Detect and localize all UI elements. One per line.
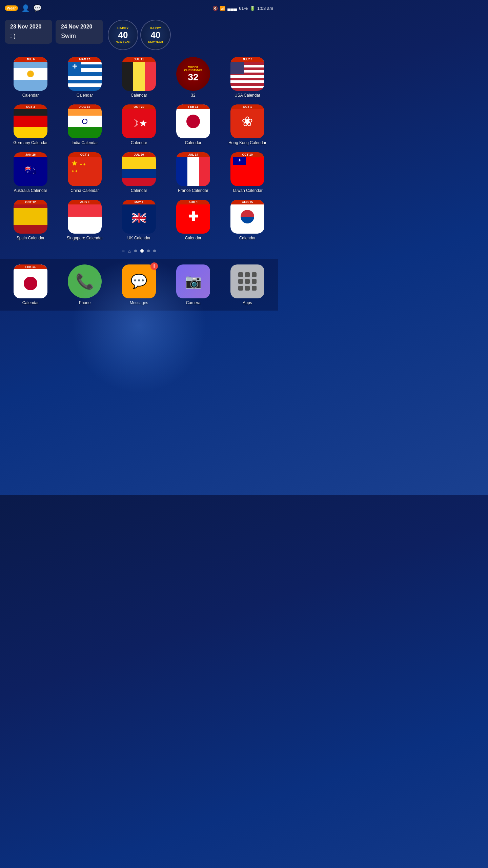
page-dot-4[interactable]: [153, 250, 156, 252]
dock-icon-messages: 💬: [122, 264, 156, 298]
app-icon-singapore: AUG 9: [68, 200, 102, 234]
flag-belgium: JUL 21: [122, 57, 156, 91]
app-uk-calendar[interactable]: MAY 1 🇬🇧 UK Calendar: [113, 200, 165, 240]
app-china-calendar[interactable]: OCT 1 ★ ✦✦✦✦ China Calendar: [59, 152, 110, 193]
app-icon-hk: OCT 1 ❀: [230, 104, 264, 138]
page-dot-3[interactable]: [147, 250, 150, 252]
app-icon-belgium: JUL 21: [122, 57, 156, 91]
flag-singapore: AUG 9: [68, 200, 102, 234]
badge-germany: OCT 3: [14, 104, 47, 109]
flag-germany: OCT 3: [14, 104, 47, 138]
icon-christmas: MERRYCHRISTMAS 32: [176, 57, 210, 91]
label-argentina: Calendar: [22, 93, 39, 98]
flag-australia: JAN 26 🇦🇺: [14, 152, 47, 186]
dock-apps-label: Apps: [243, 300, 252, 305]
widget-nov24-date: 24 Nov 2020: [61, 24, 98, 30]
ny-text-2: NEW YEAR: [148, 40, 163, 43]
app-christmas[interactable]: MERRYCHRISTMAS 32 32: [167, 57, 219, 98]
flag-greece: MAR 25 ✛: [68, 57, 102, 91]
badge-india: AUG 15: [68, 104, 102, 109]
dock-calendar-badge: FEB 11: [14, 264, 47, 269]
app-india-calendar[interactable]: AUG 15 India Calendar: [59, 104, 110, 145]
wear-badge: Wear: [5, 5, 18, 11]
dock-icon-calendar: FEB 11: [14, 264, 47, 298]
label-turkey: Calendar: [131, 140, 147, 145]
app-usa-calendar[interactable]: JULY 4 USA Calendar: [222, 57, 273, 98]
dock-calendar[interactable]: FEB 11 Calendar: [5, 264, 56, 305]
ny-sticker-2: HAPPY 40 NEW YEAR: [140, 20, 171, 50]
widget-nov24-event: Swim: [61, 33, 98, 40]
badge-china: OCT 1: [68, 152, 102, 157]
badge-swiss: AUG 1: [176, 200, 210, 204]
app-france-calendar[interactable]: JUL 14 France Calendar: [167, 152, 219, 193]
flag-swiss: AUG 1 ✚: [176, 200, 210, 234]
time-display: 1:03 am: [257, 6, 273, 11]
mute-icon: 🔇: [212, 6, 218, 11]
label-colombia: Calendar: [131, 188, 147, 193]
app-icon-china: OCT 1 ★ ✦✦✦✦: [68, 152, 102, 186]
app-colombia-calendar[interactable]: JUL 20 Calendar: [113, 152, 165, 193]
label-greece: Calendar: [77, 93, 93, 98]
app-icon-christmas: MERRYCHRISTMAS 32: [176, 57, 210, 91]
badge-japan: FEB 11: [176, 104, 210, 109]
status-left: Wear 👤 💬: [5, 4, 42, 12]
ny-text-1: NEW YEAR: [116, 40, 130, 43]
page-dot-1[interactable]: [134, 250, 137, 252]
app-australia-calendar[interactable]: JAN 26 🇦🇺 Australia Calendar: [5, 152, 56, 193]
app-icon-swiss: AUG 1 ✚: [176, 200, 210, 234]
label-singapore: Singapore Calendar: [67, 236, 103, 240]
page-indicator: ≡ ⌂: [0, 244, 278, 258]
flag-japan: FEB 11: [176, 104, 210, 138]
ny-stickers: HAPPY 40 NEW YEAR HAPPY 40 NEW YEAR: [108, 20, 171, 50]
flag-uk: MAY 1 🇬🇧: [122, 200, 156, 234]
app-icon-turkey: OCT 29 ☽★: [122, 104, 156, 138]
app-germany-calendar[interactable]: OCT 3 Germany Calendar: [5, 104, 56, 145]
label-taiwan: Taiwan Calendar: [232, 188, 262, 193]
dock-apps[interactable]: Apps: [222, 264, 273, 305]
app-argentina-calendar[interactable]: JUL 9 Calendar: [5, 57, 56, 98]
badge-australia: JAN 26: [14, 152, 47, 157]
status-bar: Wear 👤 💬 🔇 📶 ▄▄▄ 61% 🔋 1:03 am: [0, 0, 278, 16]
app-korea-calendar[interactable]: AUG 15 Calendar: [222, 200, 273, 240]
messages-badge: 3: [150, 262, 158, 270]
swiss-cross-icon: ✚: [188, 210, 198, 224]
bottom-dock: FEB 11 Calendar 📞 Phone 💬 3 Messages 📷 C: [0, 259, 278, 311]
flag-usa: JULY 4: [230, 57, 264, 91]
badge-argentina: JUL 9: [14, 57, 47, 62]
label-usa: USA Calendar: [235, 93, 260, 98]
dock-messages[interactable]: 💬 3 Messages: [113, 264, 165, 305]
flag-hk: OCT 1 ❀: [230, 104, 264, 138]
app-singapore-calendar[interactable]: AUG 9 Singapore Calendar: [59, 200, 110, 240]
badge-colombia: JUL 20: [122, 152, 156, 157]
dock-phone[interactable]: 📞 Phone: [59, 264, 110, 305]
wifi-icon: 📶: [220, 6, 225, 11]
dock-camera[interactable]: 📷 Camera: [167, 264, 219, 305]
app-spain-calendar[interactable]: OCT 12 Spain Calendar: [5, 200, 56, 240]
badge-singapore: AUG 9: [68, 200, 102, 204]
app-taiwan-calendar[interactable]: OCT 10 ☀ Taiwan Calendar: [222, 152, 273, 193]
label-australia: Australia Calendar: [14, 188, 47, 193]
dock-icon-phone: 📞: [68, 264, 102, 298]
app-icon-india: AUG 15: [68, 104, 102, 138]
app-turkey-calendar[interactable]: OCT 29 ☽★ Calendar: [113, 104, 165, 145]
badge-france: JUL 14: [176, 152, 210, 157]
hk-orchid: ❀: [242, 114, 253, 129]
app-swiss-calendar[interactable]: AUG 1 ✚ Calendar: [167, 200, 219, 240]
app-grid-row1: JUL 9 Calendar MAR 25: [0, 54, 278, 101]
label-india: India Calendar: [72, 140, 98, 145]
flag-india: AUG 15: [68, 104, 102, 138]
app-icon-usa: JULY 4: [230, 57, 264, 91]
app-japan-calendar[interactable]: FEB 11 Calendar: [167, 104, 219, 145]
app-belgium-calendar[interactable]: JUL 21 Calendar: [113, 57, 165, 98]
home-indicator: ⌂: [128, 248, 131, 254]
korea-taiji: [241, 210, 254, 223]
widget-nov23[interactable]: 23 Nov 2020 : ): [5, 20, 52, 44]
flag-spain: OCT 12: [14, 200, 47, 234]
app-greece-calendar[interactable]: MAR 25 ✛ Calendar: [59, 57, 110, 98]
app-hk-calendar[interactable]: OCT 1 ❀ Hong Kong Calendar: [222, 104, 273, 145]
widget-nov24[interactable]: 24 Nov 2020 Swim: [56, 20, 103, 44]
page-dot-current[interactable]: [140, 249, 144, 253]
badge-greece: MAR 25: [68, 57, 102, 62]
app-icon-korea: AUG 15: [230, 200, 264, 234]
app-icon-france: JUL 14: [176, 152, 210, 186]
